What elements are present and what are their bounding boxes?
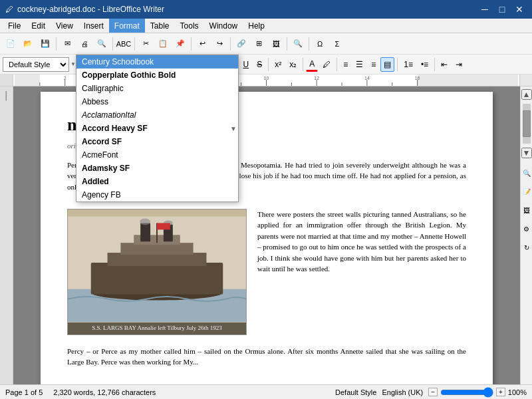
maximize-button[interactable]: □ bbox=[495, 3, 509, 15]
font-item-century[interactable]: Century Schoolbook bbox=[76, 55, 238, 68]
undo-button[interactable]: ↩ bbox=[194, 36, 210, 52]
status-bar: Page 1 of 5 2,320 words, 12,766 characte… bbox=[0, 384, 532, 399]
menu-table[interactable]: Table bbox=[145, 19, 175, 33]
spellcheck-button[interactable]: ABC bbox=[116, 36, 132, 52]
sep3 bbox=[134, 37, 135, 51]
close-button[interactable]: ✕ bbox=[512, 3, 527, 15]
menu-edit[interactable]: Edit bbox=[26, 19, 51, 33]
hyperlink-button[interactable]: 🔗 bbox=[233, 36, 249, 52]
ruler-spacer-left bbox=[0, 74, 13, 86]
scrollbar-track[interactable] bbox=[523, 104, 531, 144]
language[interactable]: English (UK) bbox=[382, 388, 423, 396]
scroll-up-button[interactable]: ▲ bbox=[521, 89, 532, 100]
menu-file[interactable]: File bbox=[3, 19, 26, 33]
fmt-sep5 bbox=[336, 58, 337, 71]
paragraph-style[interactable]: Default Style bbox=[335, 388, 376, 396]
special-char-icon: Ω bbox=[317, 40, 323, 48]
svg-rect-38 bbox=[157, 223, 170, 230]
menu-window[interactable]: Window bbox=[204, 19, 243, 33]
zoom-slider[interactable] bbox=[440, 387, 493, 398]
open-button[interactable]: 📂 bbox=[20, 36, 36, 52]
redo-button[interactable]: ↪ bbox=[211, 36, 227, 52]
font-item-addled[interactable]: Addled bbox=[76, 175, 238, 188]
font-item-copperplate[interactable]: Copperplate Gothic Bold bbox=[76, 68, 238, 82]
special-char-button[interactable]: Ω bbox=[312, 36, 328, 52]
minimize-button[interactable]: ─ bbox=[477, 3, 492, 15]
fmt-sep3 bbox=[268, 58, 269, 71]
font-item-abbess[interactable]: Abbess bbox=[76, 95, 238, 108]
image-button[interactable]: 🖼 bbox=[268, 36, 284, 52]
font-item-accord-heavy[interactable]: Accord Heavy SF bbox=[76, 122, 238, 135]
sidebar-tool-2[interactable]: 📝 bbox=[519, 184, 533, 200]
copy-button[interactable]: 📋 bbox=[155, 36, 171, 52]
style-dropdown-arrow: ▼ bbox=[70, 61, 76, 67]
align-left-button[interactable]: ≡ bbox=[340, 57, 351, 72]
app-icon: 🖊 bbox=[5, 5, 13, 14]
font-color-button[interactable]: A bbox=[306, 57, 318, 72]
font-item-agency[interactable]: Agency FB bbox=[76, 188, 238, 201]
paragraph-style-selector[interactable]: Default Style bbox=[3, 57, 69, 72]
zoom-percent: 100% bbox=[508, 388, 527, 396]
svg-rect-33 bbox=[140, 223, 150, 242]
bullets-button[interactable]: •≡ bbox=[418, 57, 432, 72]
font-item-acmefont[interactable]: AcmeFont bbox=[76, 148, 238, 162]
font-item-accord[interactable]: Accord SF bbox=[76, 135, 238, 148]
table-button[interactable]: ⊞ bbox=[251, 36, 267, 52]
underline-button[interactable]: U bbox=[239, 57, 252, 72]
statusbar-right: Default Style English (UK) − + 100% bbox=[335, 387, 527, 398]
menu-tools[interactable]: Tools bbox=[175, 19, 204, 33]
strikethrough-button[interactable]: S bbox=[253, 57, 265, 72]
numbering-button[interactable]: 1≡ bbox=[400, 57, 416, 72]
image-caption: S.S. LARGS BAY Annalie left Tilbury July… bbox=[68, 323, 246, 334]
find-button[interactable]: 🔍 bbox=[290, 36, 306, 52]
svg-point-35 bbox=[140, 219, 150, 225]
svg-text:10: 10 bbox=[264, 76, 269, 80]
content-section: S.S. LARGS BAY Annalie left Tilbury July… bbox=[67, 209, 466, 340]
email-button[interactable]: ✉ bbox=[59, 36, 75, 52]
outdent-button[interactable]: ⇤ bbox=[438, 57, 451, 72]
save-button[interactable]: 💾 bbox=[37, 36, 53, 52]
cut-icon: ✂ bbox=[143, 39, 149, 48]
scroll-down-button[interactable]: ▼ bbox=[521, 148, 532, 158]
find-icon: 🔍 bbox=[293, 39, 303, 48]
paste-button[interactable]: 📌 bbox=[172, 36, 188, 52]
sidebar-tool-3[interactable]: 🖼 bbox=[519, 202, 533, 218]
print-preview-button[interactable]: 🔍 bbox=[94, 36, 110, 52]
save-icon: 💾 bbox=[41, 39, 50, 48]
align-right-button[interactable]: ≡ bbox=[368, 57, 379, 72]
font-item-calligraphic[interactable]: Calligraphic bbox=[76, 82, 238, 95]
word-count: 2,320 words, 12,766 characters bbox=[53, 388, 156, 396]
paragraph3: Percy – or Perce as my mother called him… bbox=[67, 346, 466, 368]
formula-button[interactable]: Σ bbox=[329, 36, 345, 52]
titlebar-controls[interactable]: ─ □ ✕ bbox=[477, 3, 527, 15]
font-dropdown-scroll[interactable]: Century Schoolbook Copperplate Gothic Bo… bbox=[76, 55, 238, 201]
cut-button[interactable]: ✂ bbox=[138, 36, 154, 52]
menu-help[interactable]: Help bbox=[243, 19, 270, 33]
menu-bar: File Edit View Insert Format Table Tools… bbox=[0, 19, 532, 33]
zoom-out-button[interactable]: − bbox=[428, 388, 438, 396]
font-item-adamsky[interactable]: Adamsky SF bbox=[76, 162, 238, 175]
sep1 bbox=[56, 37, 57, 51]
sidebar-tool-5[interactable]: ↻ bbox=[519, 239, 533, 255]
indent-button[interactable]: ⇥ bbox=[452, 57, 466, 72]
superscript-button[interactable]: x² bbox=[271, 57, 285, 72]
sidebar-tool-1[interactable]: 🔍 bbox=[519, 165, 533, 181]
align-center-button[interactable]: ☰ bbox=[352, 57, 366, 72]
font-item-acclamation[interactable]: AcclamationItal bbox=[76, 108, 238, 122]
highlight-button[interactable]: 🖊 bbox=[319, 57, 334, 72]
print-button[interactable]: 🖨 bbox=[76, 36, 92, 52]
new-icon: 📄 bbox=[6, 39, 15, 48]
zoom-in-button[interactable]: + bbox=[496, 388, 505, 396]
menu-view[interactable]: View bbox=[51, 19, 78, 33]
menu-format[interactable]: Format bbox=[109, 19, 145, 33]
font-dropdown[interactable]: Century Schoolbook Copperplate Gothic Bo… bbox=[76, 55, 239, 202]
zoom-controls: − + 100% bbox=[428, 387, 527, 398]
scrollbar-thumb[interactable] bbox=[523, 110, 531, 137]
subscript-button[interactable]: x₂ bbox=[286, 57, 300, 72]
sidebar-tool-4[interactable]: ⚙ bbox=[519, 221, 533, 237]
sep6 bbox=[287, 37, 287, 51]
justify-button[interactable]: ▤ bbox=[380, 57, 394, 72]
svg-text:12: 12 bbox=[314, 76, 319, 80]
new-button[interactable]: 📄 bbox=[3, 36, 19, 52]
menu-insert[interactable]: Insert bbox=[78, 19, 109, 33]
